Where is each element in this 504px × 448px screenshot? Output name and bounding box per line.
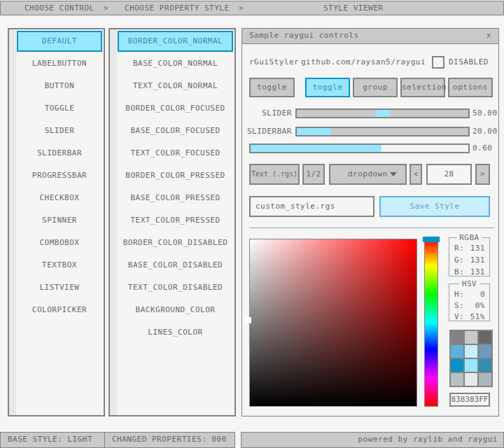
palette-swatch-base-pressed[interactable]	[465, 359, 477, 372]
list-item-colorpicker[interactable]: COLORPICKER	[17, 300, 102, 321]
chevron-right-icon: >	[239, 1, 244, 15]
slider-value: 50.00	[472, 107, 498, 120]
chevron-down-icon	[390, 172, 397, 176]
statusbar-credits: powered by raylib and raygui	[241, 432, 504, 448]
text-rgs-button[interactable]: Text (.rgs)	[249, 164, 300, 185]
dropdown-combobox[interactable]: dropdown	[329, 164, 407, 185]
list-item-slider[interactable]: SLIDER	[17, 120, 102, 141]
rgba-value-g: 131	[470, 254, 485, 267]
half-button[interactable]: 1/2	[302, 164, 325, 185]
list-item-lines-color[interactable]: LINES_COLOR	[118, 322, 233, 343]
color-panel-cursor[interactable]	[249, 317, 251, 323]
filename-input[interactable]: custom_style.rgs	[249, 196, 374, 217]
list-item-default[interactable]: DEFAULT	[17, 31, 102, 52]
statusbar-changed-properties: CHANGED PROPERTIES: 000	[104, 432, 235, 448]
color-panel-cursor[interactable]	[246, 317, 248, 323]
palette-swatch-text-pressed[interactable]	[479, 359, 491, 372]
slider[interactable]	[295, 108, 470, 118]
hsv-groupbox: HSV H:0 S:0% V:51%	[449, 284, 490, 321]
list-item-listview[interactable]: LISTVIEW	[17, 277, 102, 298]
progressbar-fill	[251, 145, 382, 152]
list-item-labelbutton[interactable]: LABELBUTTON	[17, 53, 102, 74]
spinner-decrement-button[interactable]: <	[410, 164, 422, 185]
breadcrumb-style-viewer: STYLE VIEWER	[323, 1, 383, 15]
list-item-text-color-disabled[interactable]: TEXT_COLOR_DISABLED	[118, 277, 233, 298]
list-item-spinner[interactable]: SPINNER	[17, 210, 102, 231]
toggle-group-item-options[interactable]: options	[448, 78, 493, 97]
spinner-value-box[interactable]: 28	[426, 164, 472, 185]
breadcrumb-choose-control: CHOOSE CONTROL	[24, 1, 94, 15]
palette-swatch-base-focused[interactable]	[465, 345, 477, 358]
color-panel[interactable]	[249, 239, 417, 407]
list-item-border-color-normal[interactable]: BORDER_COLOR_NORMAL	[118, 31, 233, 52]
breadcrumb-choose-property-style: CHOOSE PROPERTY STYLE	[125, 1, 230, 15]
hue-bar[interactable]	[424, 239, 438, 407]
toggle-group-item-selection[interactable]: selection	[400, 78, 445, 97]
repo-link[interactable]: github.com/raysan5/raygui	[301, 56, 426, 69]
palette-swatch-text-normal[interactable]	[479, 331, 491, 344]
list-item-text-color-pressed[interactable]: TEXT_COLOR_PRESSED	[118, 210, 233, 231]
list-item-toggle[interactable]: TOGGLE	[17, 98, 102, 119]
chevron-right-icon: >	[104, 1, 108, 15]
progressbar	[249, 144, 470, 153]
list-item-base-color-normal[interactable]: BASE_COLOR_NORMAL	[118, 53, 233, 74]
sliderbar-value: 20.00	[472, 125, 498, 138]
list-item-background-color[interactable]: BACKGROUND_COLOR	[118, 300, 233, 321]
rgba-value-b: 131	[470, 266, 485, 279]
list-item-base-color-focused[interactable]: BASE_COLOR_FOCUSED	[118, 120, 233, 141]
toggle-button[interactable]: toggle	[249, 78, 295, 97]
list-item-progressbar[interactable]: PROGRESSBAR	[17, 165, 102, 186]
list-item-border-color-disabled[interactable]: BORDER_COLOR_DISABLED	[118, 232, 233, 253]
palette-swatch-text-focused[interactable]	[479, 345, 491, 358]
list-item-border-color-focused[interactable]: BORDER_COLOR_FOCUSED	[118, 98, 233, 119]
palette-swatch-border-pressed[interactable]	[451, 359, 463, 372]
rguistyler-app: CHOOSE CONTROL > CHOOSE PROPERTY STYLE >…	[0, 0, 504, 448]
list-item-base-color-disabled[interactable]: BASE_COLOR_DISABLED	[118, 255, 233, 276]
list-item-text-color-normal[interactable]: TEXT_COLOR_NORMAL	[118, 76, 233, 97]
window-titlebar[interactable]: Sample raygui controls x	[242, 29, 498, 44]
palette-swatch-border-focused[interactable]	[451, 345, 463, 358]
list-item-base-color-pressed[interactable]: BASE_COLOR_PRESSED	[118, 188, 233, 209]
palette-swatch-border-normal[interactable]	[451, 331, 463, 344]
hsv-value-v: 51%	[470, 311, 485, 323]
hsv-groupbox-title: HSV	[459, 279, 479, 288]
save-style-button[interactable]: Save Style	[379, 196, 490, 217]
hsv-row-v: V:51%	[454, 311, 485, 323]
rgba-groupbox-title: RGBA	[456, 233, 482, 242]
window-title: Sample raygui controls	[249, 29, 359, 43]
separator-line	[249, 227, 494, 228]
progressbar-value: 0.60	[472, 142, 493, 155]
app-name-label: rGuiStyler	[249, 56, 299, 69]
slider-handle[interactable]	[376, 110, 390, 117]
list-item-button[interactable]: BUTTON	[17, 76, 102, 97]
list-item-checkbox[interactable]: CHECKBOX	[17, 188, 102, 209]
rgba-groupbox: RGBA R:131 G:131 B:131	[449, 237, 490, 276]
spinner-increment-button[interactable]: >	[475, 164, 490, 185]
rgba-value-r: 131	[470, 242, 485, 255]
list-item-border-color-pressed[interactable]: BORDER_COLOR_PRESSED	[118, 165, 233, 186]
listview-scrollbar[interactable]	[9, 29, 16, 415]
slider-label: SLIDER	[242, 107, 292, 120]
close-icon[interactable]: x	[486, 29, 491, 43]
dropdown-selected-value: dropdown	[348, 169, 388, 178]
toggle-group-item-group[interactable]: group	[353, 78, 398, 97]
rgba-row-g: G:131	[454, 254, 485, 267]
disabled-checkbox-label: DISABLED	[449, 56, 489, 69]
disabled-checkbox[interactable]	[432, 56, 444, 69]
palette-swatch-text-disabled[interactable]	[479, 373, 491, 386]
listview-scrollbar[interactable]	[110, 29, 117, 415]
list-item-combobox[interactable]: COMBOBOX	[17, 232, 102, 253]
list-item-sliderbar[interactable]: SLIDERBAR	[17, 143, 102, 164]
sliderbar[interactable]	[295, 127, 470, 136]
sliderbar-label: SLIDERBAR	[242, 125, 292, 138]
hex-color-value-box[interactable]: 838383FF	[449, 393, 490, 407]
list-item-text-color-focused[interactable]: TEXT_COLOR_FOCUSED	[118, 143, 233, 164]
rgba-row-r: R:131	[454, 242, 485, 255]
properties-listview: BORDER_COLOR_NORMAL BASE_COLOR_NORMAL TE…	[108, 28, 236, 416]
toggle-group-item-toggle[interactable]: toggle	[305, 78, 350, 97]
hue-bar-selector[interactable]	[423, 237, 440, 242]
palette-swatch-base-disabled[interactable]	[465, 373, 477, 386]
list-item-textbox[interactable]: TEXTBOX	[17, 255, 102, 276]
palette-swatch-border-disabled[interactable]	[451, 373, 463, 386]
palette-swatch-base-normal[interactable]	[465, 331, 477, 344]
